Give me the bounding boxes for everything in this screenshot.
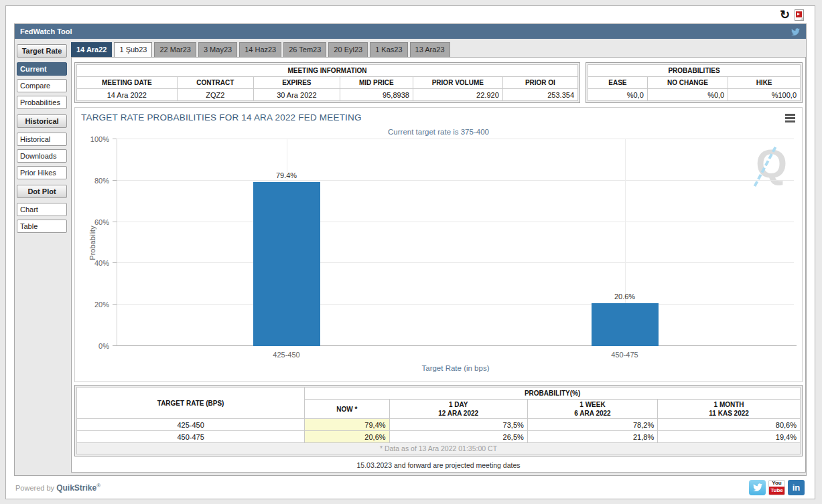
pdf-export-icon[interactable] <box>795 9 804 21</box>
detail-col-1-day: 1 DAY12 ARA 2022 <box>389 400 527 419</box>
tab-22-mar23[interactable]: 22 Mar23 <box>154 42 196 57</box>
y-tick <box>113 345 117 346</box>
x-axis-title: Target Rate (in bps) <box>422 364 490 372</box>
tab-14-haz23[interactable]: 14 Haz23 <box>239 42 281 57</box>
tab-14-ara22[interactable]: 14 Ara22 <box>71 42 112 57</box>
refresh-icon[interactable]: ↻ <box>780 9 790 21</box>
registered-mark: ® <box>96 483 100 489</box>
probability-chart: TARGET RATE PROBABILITIES FOR 14 ARA 202… <box>74 107 803 382</box>
detail-1month: 80,6% <box>658 419 801 431</box>
tab-1-şub23[interactable]: 1 Şub23 <box>114 42 152 57</box>
fedwatch-window: ↻ FedWatch Tool Target RateCurrentCompar… <box>5 5 815 499</box>
y-tick <box>113 304 117 305</box>
sidebar-item-current[interactable]: Current <box>17 62 67 76</box>
probabilities-summary-table: PROBABILITIESEASENO CHANGEHIKE%0,0%0,0%1… <box>586 62 803 103</box>
app-title: FedWatch Tool <box>20 27 72 35</box>
y-tick <box>113 180 117 181</box>
detail-1week: 78,2% <box>527 419 657 431</box>
bar-450-475 <box>592 303 659 346</box>
tab-26-tem23[interactable]: 26 Tem23 <box>283 42 326 57</box>
meeting-value-expires: 30 Ara 2022 <box>254 89 340 101</box>
sidebar-item-downloads[interactable]: Downloads <box>17 149 67 163</box>
detail-now: 20,6% <box>305 431 389 443</box>
probs-col-hike: HIKE <box>728 77 801 89</box>
y-tick-label: 80% <box>94 177 109 185</box>
sidebar-item-table[interactable]: Table <box>17 220 67 233</box>
gridline-h <box>117 304 794 305</box>
y-tick-label: 40% <box>94 259 109 267</box>
x-category-label: 450-475 <box>585 351 665 359</box>
detail-header-row-1: TARGET RATE (BPS)PROBABILITY(%) <box>77 388 801 400</box>
meeting-col-contract: CONTRACT <box>177 77 253 89</box>
gridline-h <box>117 180 794 181</box>
bar-425-450 <box>253 182 320 346</box>
plot-area: Probability Target Rate (in bps) Q 0%20%… <box>117 139 794 346</box>
probs-value-ease: %0,0 <box>588 89 648 101</box>
y-tick-label: 60% <box>94 218 109 226</box>
y-axis-line <box>117 139 117 346</box>
detail-row-425-450: 425-45079,4%73,5%78,2%80,6% <box>77 419 801 431</box>
meeting-value-row: 14 Ara 2022ZQZ230 Ara 202295,893822.9202… <box>77 89 578 101</box>
linkedin-icon[interactable]: in <box>788 480 805 495</box>
probs-col-no-change: NO CHANGE <box>647 77 728 89</box>
meeting-col-expires: EXPIRES <box>254 77 340 89</box>
quikstrike-watermark-icon: Q <box>764 139 787 189</box>
probs-header-row: EASENO CHANGEHIKE <box>588 77 801 89</box>
chart-title: TARGET RATE PROBABILITIES FOR 14 ARA 202… <box>81 112 362 122</box>
gridline-h <box>117 222 794 222</box>
meeting-col-meeting-date: MEETING DATE <box>77 77 178 89</box>
tab-13-ara23[interactable]: 13 Ara23 <box>410 42 450 57</box>
meeting-col-prior-oi: PRIOR OI <box>502 77 577 89</box>
meeting-value-mid-price: 95,8938 <box>340 89 413 101</box>
tab-1-kas23[interactable]: 1 Kas23 <box>370 42 407 57</box>
chart-subtitle: Current target rate is 375-400 <box>75 128 802 136</box>
meeting-col-prior-volume: PRIOR VOLUME <box>413 77 502 89</box>
app-frame: FedWatch Tool Target RateCurrentCompareP… <box>14 23 807 476</box>
detail-rate: 450-475 <box>77 431 305 443</box>
sidebar-group-dot-plot: Dot Plot <box>17 185 67 198</box>
meeting-value-prior-volume: 22.920 <box>413 89 502 101</box>
probability-detail-section: TARGET RATE (BPS)PROBABILITY(%)NOW *1 DA… <box>74 385 803 472</box>
social-links: YouTube in <box>749 480 805 495</box>
tab-3-may23[interactable]: 3 May23 <box>198 42 237 57</box>
sidebar-item-historical[interactable]: Historical <box>17 133 67 146</box>
gridline-h <box>117 262 794 263</box>
detail-1day: 26,5% <box>389 431 527 443</box>
detail-col-1-month: 1 MONTH11 KAS 2022 <box>658 400 801 419</box>
quikstrike-brand: QuikStrike <box>56 483 96 492</box>
content-area: Target RateCurrentCompareProbabilitiesHi… <box>15 39 806 475</box>
meeting-title-row: MEETING INFORMATION <box>77 65 578 77</box>
info-tables-row: MEETING INFORMATIONMEETING DATECONTRACTE… <box>72 58 805 103</box>
probs-value-no-change: %0,0 <box>647 89 728 101</box>
sidebar-item-chart[interactable]: Chart <box>17 203 67 216</box>
youtube-icon[interactable]: YouTube <box>768 480 785 495</box>
main-panel: MEETING INFORMATIONMEETING DATECONTRACTE… <box>71 57 806 473</box>
sidebar-item-probabilities[interactable]: Probabilities <box>17 96 67 109</box>
y-tick <box>113 139 117 139</box>
y-tick <box>113 222 117 222</box>
projection-note: 15.03.2023 and forward are projected mee… <box>74 456 803 472</box>
tab-20-eyl23[interactable]: 20 Eyl23 <box>328 42 368 57</box>
y-tick-label: 0% <box>98 342 109 350</box>
sidebar-item-prior-hikes[interactable]: Prior Hikes <box>17 166 67 179</box>
probs-title-row: PROBABILITIES <box>588 65 801 77</box>
twitter-footer-icon[interactable] <box>749 480 766 495</box>
powered-by-text: Powered by <box>15 483 54 491</box>
bar-value-label: 20.6% <box>592 292 659 301</box>
probs-title: PROBABILITIES <box>588 65 801 77</box>
page-fold-icon <box>800 17 803 20</box>
data-asof-row: * Data as of 13 Ara 2022 01:35:00 CT <box>77 443 801 454</box>
hamburger-menu-icon[interactable] <box>785 114 795 124</box>
main-area: 14 Ara221 Şub2322 Mar233 May2314 Haz2326… <box>71 42 806 473</box>
sidebar-item-compare[interactable]: Compare <box>17 79 67 92</box>
detail-1day: 73,5% <box>389 419 527 431</box>
meeting-information-table: MEETING INFORMATIONMEETING DATECONTRACTE… <box>74 62 580 103</box>
detail-now: 79,4% <box>305 419 389 431</box>
probability-detail-table: TARGET RATE (BPS)PROBABILITY(%)NOW *1 DA… <box>74 385 803 456</box>
detail-1month: 19,4% <box>658 431 801 443</box>
detail-rate-header: TARGET RATE (BPS) <box>77 388 305 419</box>
meeting-value-contract: ZQZ2 <box>177 89 253 101</box>
twitter-icon[interactable] <box>791 27 801 36</box>
meeting-tabs: 14 Ara221 Şub2322 Mar233 May2314 Haz2326… <box>71 42 806 57</box>
detail-group-header: PROBABILITY(%) <box>305 388 801 400</box>
